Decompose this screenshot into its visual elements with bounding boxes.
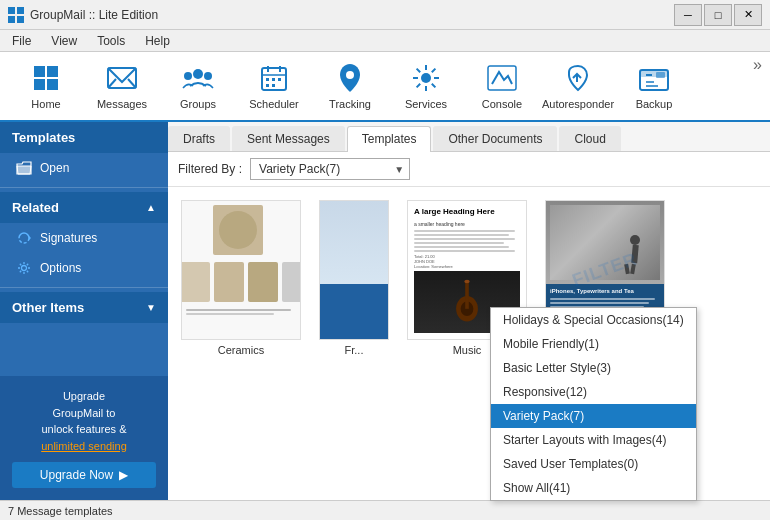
svg-point-23	[346, 71, 354, 79]
sidebar-item-open[interactable]: Open	[0, 153, 168, 183]
svg-rect-20	[278, 78, 281, 81]
tab-sent-messages[interactable]: Sent Messages	[232, 126, 345, 151]
backup-icon	[638, 62, 670, 94]
svg-line-9	[108, 79, 116, 88]
menu-tools[interactable]: Tools	[89, 32, 133, 50]
tab-cloud[interactable]: Cloud	[559, 126, 620, 151]
home-icon	[30, 62, 62, 94]
sidebar-open-label: Open	[40, 161, 69, 175]
dropdown-holidays[interactable]: Holidays & Special Occasions(14)	[491, 308, 696, 332]
template-card-ceramics[interactable]: Ceramics	[176, 195, 306, 361]
services-label: Services	[405, 98, 447, 110]
svg-point-36	[464, 280, 469, 284]
dropdown-starter[interactable]: Starter Layouts with Images(4)	[491, 428, 696, 452]
svg-rect-35	[465, 281, 469, 308]
toolbar-messages[interactable]: Messages	[84, 54, 160, 119]
menu-view[interactable]: View	[43, 32, 85, 50]
toolbar-groups[interactable]: Groups	[160, 54, 236, 119]
app-icon	[8, 7, 24, 23]
svg-rect-19	[272, 78, 275, 81]
filter-select-wrapper: Variety Pack(7) ▼	[250, 158, 410, 180]
refresh-icon	[16, 230, 32, 246]
template-card-partial[interactable]: Fr...	[314, 195, 394, 361]
music-name: Music	[453, 344, 482, 356]
svg-point-24	[421, 73, 431, 83]
toolbar-more[interactable]: »	[753, 52, 762, 74]
svg-line-10	[128, 79, 136, 88]
gear-icon	[16, 260, 32, 276]
dropdown-variety[interactable]: Variety Pack(7)	[491, 404, 696, 428]
svg-rect-1	[17, 7, 24, 14]
dropdown-all[interactable]: Show All(41)	[491, 476, 696, 500]
tab-templates[interactable]: Templates	[347, 126, 432, 152]
sidebar-section-other-items[interactable]: Other Items ▼	[0, 292, 168, 323]
sidebar-upgrade: UpgradeGroupMail tounlock features &unli…	[0, 376, 168, 500]
svg-marker-31	[29, 236, 31, 240]
sidebar-divider-1	[0, 187, 168, 188]
minimize-button[interactable]: ─	[674, 4, 702, 26]
dropdown-letter[interactable]: Basic Letter Style(3)	[491, 356, 696, 380]
svg-point-32	[22, 266, 27, 271]
console-icon	[486, 62, 518, 94]
groups-label: Groups	[180, 98, 216, 110]
toolbar-console[interactable]: Console	[464, 54, 540, 119]
sidebar: Templates Open Related ▲	[0, 122, 168, 500]
svg-rect-5	[47, 66, 58, 77]
window-title: GroupMail :: Lite Edition	[30, 8, 158, 22]
sidebar-related-label: Related	[12, 200, 59, 215]
toolbar: Home Messages Groups	[0, 52, 770, 122]
upgrade-button[interactable]: Upgrade Now ▶	[12, 462, 156, 488]
groups-icon	[182, 62, 214, 94]
toolbar-home[interactable]: Home	[8, 54, 84, 119]
svg-rect-2	[8, 16, 15, 23]
menu-help[interactable]: Help	[137, 32, 178, 50]
dropdown-saved[interactable]: Saved User Templates(0)	[491, 452, 696, 476]
sidebar-templates-label: Templates	[12, 130, 75, 145]
filter-bar: Filtered By : Variety Pack(7) ▼	[168, 152, 770, 187]
ceramics-name: Ceramics	[218, 344, 264, 356]
home-label: Home	[31, 98, 60, 110]
sidebar-item-options[interactable]: Options	[0, 253, 168, 283]
upgrade-button-label: Upgrade Now	[40, 468, 113, 482]
svg-rect-7	[47, 79, 58, 90]
dropdown-mobile[interactable]: Mobile Friendly(1)	[491, 332, 696, 356]
svg-rect-3	[17, 16, 24, 23]
sidebar-options-label: Options	[40, 261, 81, 275]
toolbar-autoresponder[interactable]: Autoresponder	[540, 54, 616, 119]
sidebar-item-signatures[interactable]: Signatures	[0, 223, 168, 253]
svg-point-12	[184, 72, 192, 80]
close-button[interactable]: ✕	[734, 4, 762, 26]
sidebar-signatures-label: Signatures	[40, 231, 97, 245]
svg-rect-6	[34, 79, 45, 90]
svg-rect-0	[8, 7, 15, 14]
svg-point-13	[204, 72, 212, 80]
dropdown-responsive[interactable]: Responsive(12)	[491, 380, 696, 404]
ceramics-preview	[182, 201, 300, 339]
toolbar-tracking[interactable]: Tracking	[312, 54, 388, 119]
sidebar-other-items-label: Other Items	[12, 300, 84, 315]
tracking-icon	[334, 62, 366, 94]
toolbar-scheduler[interactable]: Scheduler	[236, 54, 312, 119]
window-controls: ─ □ ✕	[674, 4, 762, 26]
toolbar-backup[interactable]: Backup	[616, 54, 692, 119]
main-content: Templates Open Related ▲	[0, 122, 770, 500]
folder-icon	[16, 160, 32, 176]
upgrade-link[interactable]: unlimited sending	[41, 440, 127, 452]
toolbar-services[interactable]: Services	[388, 54, 464, 119]
tab-other-documents[interactable]: Other Documents	[433, 126, 557, 151]
content-panel: Drafts Sent Messages Templates Other Doc…	[168, 122, 770, 500]
upgrade-text: UpgradeGroupMail tounlock features &unli…	[12, 388, 156, 454]
menu-file[interactable]: File	[4, 32, 39, 50]
messages-icon	[106, 62, 138, 94]
console-label: Console	[482, 98, 522, 110]
sidebar-divider-2	[0, 287, 168, 288]
maximize-button[interactable]: □	[704, 4, 732, 26]
status-text: 7 Message templates	[8, 505, 113, 517]
menu-bar: File View Tools Help	[0, 30, 770, 52]
tab-drafts[interactable]: Drafts	[168, 126, 230, 151]
sidebar-section-related[interactable]: Related ▲	[0, 192, 168, 223]
sidebar-section-templates[interactable]: Templates	[0, 122, 168, 153]
filter-select[interactable]: Variety Pack(7)	[250, 158, 410, 180]
backup-label: Backup	[636, 98, 673, 110]
filter-label: Filtered By :	[178, 162, 242, 176]
